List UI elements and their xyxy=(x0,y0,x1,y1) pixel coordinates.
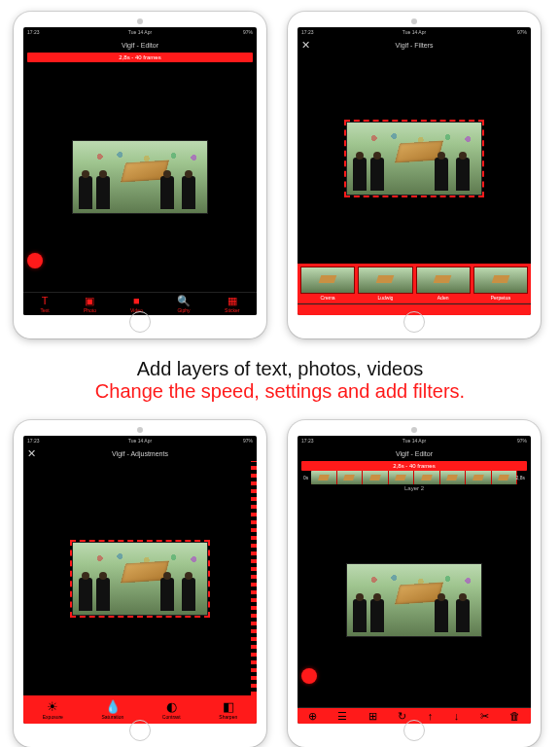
tool-video[interactable]: ■Video xyxy=(130,296,143,313)
tool-label: Photo xyxy=(84,307,96,313)
tool-label: Sticker xyxy=(225,307,239,313)
ipad-editor: 17:23 Tue 14 Apr 97% Vigif - Editor 2,8s… xyxy=(14,12,266,338)
tool-label: Text xyxy=(41,307,50,313)
status-bar: 17:23 Tue 14 Apr 97% xyxy=(23,436,257,445)
timeline-summary[interactable]: 2,8s - 40 frames xyxy=(27,53,253,62)
grid-icon: ⊞ xyxy=(368,711,377,722)
title-bar: Vigif - Editor xyxy=(298,445,531,461)
canvas[interactable] xyxy=(23,461,257,695)
adjust-saturation[interactable]: 💧Saturation xyxy=(101,699,123,720)
sticker-icon: ▦ xyxy=(228,296,237,306)
timeline-summary[interactable]: 2,8s - 40 frames xyxy=(301,461,527,471)
crop-edge[interactable] xyxy=(251,461,257,695)
screen-editor: 17:23 Tue 14 Apr 97% Vigif - Editor 2,8s… xyxy=(23,27,257,315)
preview-image[interactable] xyxy=(72,542,208,616)
contrast-icon: ◐ xyxy=(166,699,177,714)
rotate-icon: ↻ xyxy=(398,711,406,722)
tool-photo[interactable]: ▣Photo xyxy=(84,296,96,313)
add-fab[interactable] xyxy=(301,668,317,684)
screen-title: Vigif - Adjustments xyxy=(112,450,168,457)
ipad-layers: 17:23 Tue 14 Apr 97% Vigif - Editor 2,8s… xyxy=(288,420,541,747)
canvas[interactable] xyxy=(23,62,257,292)
screen-layers: 17:23 Tue 14 Apr 97% Vigif - Editor 2,8s… xyxy=(298,436,531,724)
adjust-exposure[interactable]: ☀Exposure xyxy=(43,699,63,720)
caption-line1: Add layers of text, photos, videos xyxy=(14,358,546,380)
down-icon: ↓ xyxy=(454,711,460,722)
list-icon: ☰ xyxy=(337,711,347,722)
screen-title: Vigif - Editor xyxy=(122,42,158,49)
tool-down[interactable]: ↓ xyxy=(454,711,460,722)
tool-grid[interactable]: ⊞ xyxy=(368,711,377,722)
sun-icon: ☀ xyxy=(47,699,58,714)
filter-strip: Crema Ludwig Aden Perpetua xyxy=(298,264,531,303)
filter-ludwig[interactable]: Ludwig xyxy=(358,267,412,301)
photo-icon: ▣ xyxy=(85,296,94,306)
preview-image[interactable] xyxy=(346,122,482,196)
tool-add[interactable]: ⊕ xyxy=(308,711,317,722)
status-date: Tue 14 Apr xyxy=(128,29,152,35)
time-end: 2,8s xyxy=(516,475,525,480)
video-icon: ■ xyxy=(133,296,140,306)
tool-sticker[interactable]: ▦Sticker xyxy=(225,296,239,313)
sharpen-icon: ◧ xyxy=(223,699,234,714)
tool-giphy[interactable]: 🔍Giphy xyxy=(177,296,191,313)
status-bar: 17:23 Tue 14 Apr 97% xyxy=(23,27,257,37)
tool-delete[interactable]: 🗑 xyxy=(509,711,520,722)
title-bar: ✕ Vigif - Adjustments xyxy=(23,445,257,461)
canvas[interactable] xyxy=(298,53,531,264)
filter-aden[interactable]: Aden xyxy=(416,267,471,301)
tool-text[interactable]: TText xyxy=(41,296,50,313)
adjust-toolbar: ☀Exposure 💧Saturation ◐Contrast ◧Sharpen xyxy=(23,695,257,724)
tool-up[interactable]: ↑ xyxy=(428,711,434,722)
ipad-filters: 17:23 Tue 14 Apr 97% ✕ Vigif - Filters C… xyxy=(288,12,541,338)
filter-crema[interactable]: Crema xyxy=(300,267,355,301)
screen-title: Vigif - Editor xyxy=(396,450,433,457)
tool-label: Giphy xyxy=(177,307,190,313)
filter-footer xyxy=(298,303,531,315)
screen-title: Vigif - Filters xyxy=(396,42,434,49)
tool-cut[interactable]: ✂ xyxy=(480,711,489,722)
status-battery: 97% xyxy=(243,29,253,35)
trash-icon: 🗑 xyxy=(509,711,520,722)
tool-list[interactable]: ☰ xyxy=(337,711,347,722)
screen-filters: 17:23 Tue 14 Apr 97% ✕ Vigif - Filters C… xyxy=(298,27,531,315)
promo-caption: Add layers of text, photos, videos Chang… xyxy=(14,346,546,412)
search-icon: 🔍 xyxy=(177,296,191,306)
drop-icon: 💧 xyxy=(105,699,121,714)
preview-image[interactable] xyxy=(72,140,208,214)
timeline-track[interactable] xyxy=(311,471,517,484)
ipad-adjustments: 17:23 Tue 14 Apr 97% ✕ Vigif - Adjustmen… xyxy=(14,420,266,747)
close-button[interactable]: ✕ xyxy=(27,445,36,461)
status-bar: 17:23 Tue 14 Apr 97% xyxy=(298,27,531,37)
adjust-sharpen[interactable]: ◧Sharpen xyxy=(219,699,237,720)
up-icon: ↑ xyxy=(428,711,434,722)
caption-line2: Change the speed, settings and add filte… xyxy=(14,380,546,403)
bottom-toolbar: TText ▣Photo ■Video 🔍Giphy ▦Sticker xyxy=(23,292,257,315)
screen-adjustments: 17:23 Tue 14 Apr 97% ✕ Vigif - Adjustmen… xyxy=(23,436,257,724)
status-time: 17:23 xyxy=(27,29,40,35)
adjust-contrast[interactable]: ◐Contrast xyxy=(162,699,181,720)
timeline[interactable]: 0s 2,8s xyxy=(301,471,527,484)
scissors-icon: ✂ xyxy=(480,711,489,722)
text-icon: T xyxy=(42,296,49,306)
tool-rotate[interactable]: ↻ xyxy=(398,711,406,722)
preview-image[interactable] xyxy=(346,563,482,637)
time-start: 0s xyxy=(303,475,308,480)
status-bar: 17:23 Tue 14 Apr 97% xyxy=(298,436,531,445)
layer-label[interactable]: Layer 2 xyxy=(298,484,531,492)
tool-label: Video xyxy=(130,307,143,313)
plus-icon: ⊕ xyxy=(308,711,317,722)
title-bar: ✕ Vigif - Filters xyxy=(298,37,531,53)
add-fab[interactable] xyxy=(27,253,43,268)
close-button[interactable]: ✕ xyxy=(301,37,310,53)
canvas[interactable] xyxy=(298,492,531,707)
title-bar: Vigif - Editor xyxy=(23,37,257,53)
layer-toolbar: ⊕ ☰ ⊞ ↻ ↑ ↓ ✂ 🗑 xyxy=(298,707,531,724)
filter-perpetua[interactable]: Perpetua xyxy=(473,267,528,301)
